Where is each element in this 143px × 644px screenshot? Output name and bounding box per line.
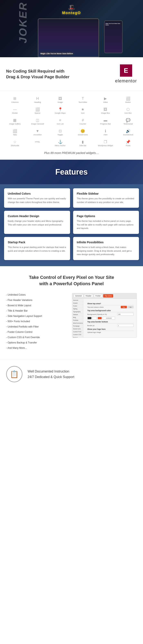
panel-sidebar-item-typography[interactable]: Typography xyxy=(72,310,83,313)
widget-label-15: Counter xyxy=(80,123,86,125)
laptop-device: Magic Like You've Never Seen Before xyxy=(38,18,99,57)
feature-card-title-0: Unlimited Colors xyxy=(8,192,66,195)
widget-icon-16: ▬ xyxy=(104,118,107,122)
panel-field-label-5: Upload logo image xyxy=(88,332,134,334)
widget-icon-21: 😊 xyxy=(80,129,85,133)
options-section: Take Control of Every Pixel on Your Site… xyxy=(0,266,143,360)
panel-sidebar-item-blog[interactable]: Blog xyxy=(72,316,83,319)
panel-sidebar-item-custom-css[interactable]: Custom CSS xyxy=(72,333,83,336)
widget-label-12: Image Gallery xyxy=(9,123,21,125)
feature-card-title-4: Startup Pack xyxy=(8,241,66,244)
widget-item-progress-bar: ▬ Progress Bar xyxy=(94,117,116,126)
panel-color-dark[interactable] xyxy=(88,317,92,319)
widget-icon-5: ⬜ xyxy=(126,97,130,100)
hero-section: JOKER 🎩 MontegO Magic Like You've Never … xyxy=(0,0,143,57)
panel-tab-header: Header xyxy=(84,294,93,298)
panel-no-btn[interactable]: No xyxy=(128,306,134,308)
panel-sidebar-item-general[interactable]: General xyxy=(72,299,83,302)
panel-sidebar-item-portfolio[interactable]: Portfolio xyxy=(72,319,83,322)
widget-label-25: HTML xyxy=(35,141,40,143)
panel-border-input[interactable] xyxy=(117,324,134,327)
panel-sidebar-item-styling[interactable]: Styling xyxy=(72,308,83,310)
widget-item-posts: 📌 Posts xyxy=(117,138,139,148)
widget-item-button: ⬜ Button xyxy=(117,95,139,105)
widget-label-13: Image Carousel xyxy=(31,123,44,125)
widget-item-icon-list: ≡ Icon List xyxy=(50,117,71,126)
elementor-logo-icon: E xyxy=(120,64,132,77)
widgets-section: ⊞ Columns H Heading 🖼 Image T Text Edito… xyxy=(0,91,143,160)
widget-label-22: Alert xyxy=(104,134,108,136)
options-list-item-10: - And Many More... xyxy=(6,346,67,350)
widget-icon-26: ⚓ xyxy=(58,140,62,144)
widget-icon-13: ◫ xyxy=(36,118,39,122)
widget-label-17: Testimonial xyxy=(124,123,133,125)
panel-yes-btn[interactable]: Yes xyxy=(121,306,127,308)
brand-name: MontegO xyxy=(62,11,81,15)
feature-card-title-2: Custom Header Design xyxy=(8,214,66,218)
mobile-device: Magic Like You've Never Seen Before xyxy=(104,20,122,53)
options-content: - Unlimited Colors- Five Header Variatio… xyxy=(6,293,137,352)
widget-label-2: Image xyxy=(58,101,63,103)
widget-label-5: Button xyxy=(126,101,131,103)
panel-sidebar-item-woocommerce[interactable]: WooCommerce xyxy=(72,322,83,325)
panel-field-label-2: Background (Opacity in %) xyxy=(88,314,116,316)
support-line1: Well Documented Instruction xyxy=(28,368,74,374)
widget-icon-3: T xyxy=(82,97,84,100)
widget-item-menu-anchor: ⚓ Menu Anchor xyxy=(50,138,71,148)
widget-item-tabs: ⬜ Tabs xyxy=(4,128,26,138)
elementor-text: No Coding Skill Required with Drag & Dro… xyxy=(6,68,70,80)
document-icon: 📋 xyxy=(10,370,19,378)
widget-label-1: Heading xyxy=(34,101,41,103)
panel-color-value[interactable]: #333333 xyxy=(103,317,115,320)
feature-card-0: Unlimited Colors With our powerful Theme… xyxy=(4,188,70,208)
panel-tab-general: General xyxy=(74,294,83,298)
widget-label-18: Tabs xyxy=(13,134,17,136)
options-list-item-9: - Options Backup & Transfer xyxy=(6,341,67,344)
widget-item-image-box: 🖼 Image Box xyxy=(94,106,116,116)
widget-label-9: Icon xyxy=(81,112,84,114)
widget-item-alert: ℹ Alert xyxy=(94,128,116,138)
options-list-item-8: - Custom CSS & Font Override xyxy=(6,336,67,339)
widget-label-29: Posts xyxy=(126,144,130,146)
options-list-item-7: - Footer Column Control xyxy=(6,330,67,334)
widget-label-19: Accordion xyxy=(34,134,42,136)
widget-item-social-icons: 😊 Social Icons xyxy=(72,128,94,138)
panel-sidebar-item-sidebar[interactable]: Sidebar xyxy=(72,313,83,316)
widget-label-14: Icon List xyxy=(57,123,64,125)
panel-sidebar-item-social-icons[interactable]: Social Icons xyxy=(72,328,83,330)
widget-icon-15: # xyxy=(82,118,84,122)
widget-item-text-editor: T Text Editor xyxy=(72,95,94,105)
panel-sidebar-item-frontpage[interactable]: Frontpage xyxy=(72,325,83,328)
panel-color-white[interactable] xyxy=(92,317,97,319)
widget-item-heading: H Heading xyxy=(27,95,48,105)
panel-field-label-4: Border px xyxy=(88,325,116,327)
widget-icon-12: ▦ xyxy=(13,118,16,122)
panel-sidebar-item-footer[interactable]: Footer xyxy=(72,304,83,308)
panel-opacity-input[interactable] xyxy=(117,313,134,316)
widget-icon-19: ▼ xyxy=(36,129,40,133)
widget-label-4: Video xyxy=(103,101,108,103)
feature-card-text-0: With our powerful Theme Panel you can qu… xyxy=(8,197,66,204)
widget-icon-27: ▮ xyxy=(82,140,84,144)
widget-item-side-bar: ▮ Side Bar xyxy=(72,138,94,148)
widget-item-counter: # Counter xyxy=(72,117,94,126)
feature-card-text-2: Easily change your header styles and Men… xyxy=(8,219,66,226)
panel-sidebar-item-custom-font[interactable]: Custom Font xyxy=(72,330,83,333)
widget-icon-1: H xyxy=(36,97,39,100)
widget-label-21: Social Icons xyxy=(78,134,88,136)
widget-item-toggle: ⊡ Toggle xyxy=(50,128,71,138)
panel-sidebar-item-backup-options[interactable]: Backup options xyxy=(72,336,83,338)
panel-sidebar-item-header[interactable]: Header xyxy=(72,302,83,304)
widget-item-google-maps: 📍 Google Maps xyxy=(50,106,71,116)
features-grid: Unlimited Colors With our powerful Theme… xyxy=(4,188,139,260)
options-list-item-2: - Boxed & Wide Layout xyxy=(6,304,67,307)
elementor-logo-text: elementor xyxy=(115,78,137,84)
widget-label-11: Icon Box xyxy=(124,112,132,114)
panel-color-red[interactable] xyxy=(98,317,102,319)
panel-row-5: Upload logo image xyxy=(88,332,134,334)
widget-icon-24: ☆ xyxy=(13,140,16,144)
panel-field-label-1: Top and column check xyxy=(88,306,120,308)
options-title: Take Control of Every Pixel on Your Site… xyxy=(6,274,137,287)
options-list-item-4: - Side Navigation Layout Support xyxy=(6,314,67,318)
panel-tab-toparea: Top area xyxy=(103,294,113,298)
